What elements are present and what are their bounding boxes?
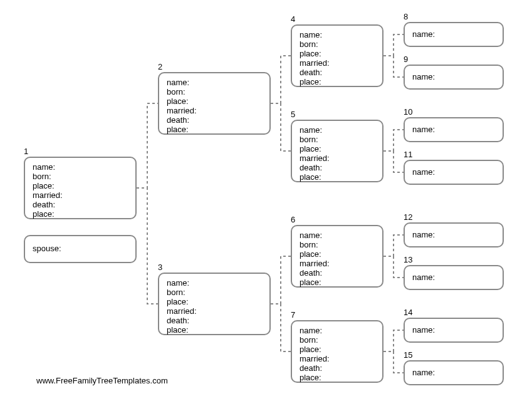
label-death: death: (300, 269, 375, 278)
person-number-6: 6 (291, 215, 295, 224)
label-name: name: (412, 72, 495, 82)
label-name: name: (412, 29, 495, 39)
label-born: born: (300, 336, 375, 345)
label-born: born: (300, 40, 375, 49)
person-box-12: name: (404, 222, 504, 247)
label-death: death: (167, 316, 262, 326)
person-box-14: name: (404, 318, 504, 343)
label-place: place: (167, 97, 262, 107)
person-number-9: 9 (404, 55, 408, 64)
label-place: place: (167, 298, 262, 307)
person-box-8: name: (404, 22, 504, 47)
label-place: place: (300, 373, 375, 383)
person-number-13: 13 (404, 255, 412, 264)
label-born: born: (33, 172, 128, 182)
label-born: born: (167, 88, 262, 97)
label-born: born: (300, 135, 375, 145)
person-number-15: 15 (404, 350, 412, 360)
person-box-1: name: born: place: married: death: place… (24, 157, 137, 219)
label-place: place: (300, 345, 375, 355)
label-place: place: (300, 250, 375, 259)
label-name: name: (300, 31, 375, 40)
label-place: place: (300, 278, 375, 288)
label-death: death: (300, 68, 375, 78)
label-married: married: (167, 307, 262, 316)
label-name: name: (412, 368, 495, 378)
label-place: place: (167, 125, 262, 135)
person-box-9: name: (404, 65, 504, 90)
person-number-14: 14 (404, 308, 412, 317)
label-place: place: (300, 78, 375, 87)
label-name: name: (300, 126, 375, 135)
person-box-3: name: born: place: married: death: place… (158, 273, 271, 335)
person-box-6: name: born: place: married: death: place… (291, 225, 383, 288)
label-name: name: (300, 326, 375, 336)
label-spouse: spouse: (33, 244, 128, 253)
label-married: married: (300, 154, 375, 164)
label-married: married: (33, 191, 128, 200)
person-box-10: name: (404, 117, 504, 142)
person-number-7: 7 (291, 310, 295, 320)
person-box-2: name: born: place: married: death: place… (158, 72, 271, 135)
label-place: place: (300, 145, 375, 154)
spouse-box: spouse: (24, 235, 137, 263)
label-name: name: (33, 163, 128, 172)
label-married: married: (300, 59, 375, 68)
person-box-15: name: (404, 360, 504, 385)
person-number-1: 1 (24, 147, 28, 156)
label-name: name: (412, 125, 495, 135)
person-box-4: name: born: place: married: death: place… (291, 24, 383, 87)
person-box-13: name: (404, 265, 504, 290)
label-married: married: (300, 259, 375, 269)
label-name: name: (412, 325, 495, 335)
label-name: name: (167, 78, 262, 88)
label-death: death: (300, 164, 375, 173)
label-name: name: (412, 230, 495, 240)
label-born: born: (167, 288, 262, 298)
person-number-10: 10 (404, 107, 412, 117)
label-death: death: (33, 200, 128, 210)
label-name: name: (167, 279, 262, 288)
label-place: place: (167, 326, 262, 335)
label-place: place: (300, 49, 375, 59)
label-death: death: (300, 364, 375, 373)
label-death: death: (167, 116, 262, 125)
label-married: married: (300, 355, 375, 364)
person-number-3: 3 (158, 263, 162, 272)
person-number-5: 5 (291, 110, 295, 119)
label-married: married: (167, 107, 262, 116)
label-place: place: (33, 182, 128, 191)
label-name: name: (412, 273, 495, 283)
person-box-7: name: born: place: married: death: place… (291, 320, 383, 383)
label-name: name: (300, 231, 375, 241)
label-born: born: (300, 241, 375, 250)
label-place: place: (33, 210, 128, 219)
person-box-5: name: born: place: married: death: place… (291, 120, 383, 182)
person-number-2: 2 (158, 62, 162, 71)
label-place: place: (300, 173, 375, 182)
person-box-11: name: (404, 160, 504, 185)
person-number-8: 8 (404, 12, 408, 21)
footer-text: www.FreeFamilyTreeTemplates.com (36, 376, 168, 385)
person-number-4: 4 (291, 14, 295, 24)
person-number-11: 11 (404, 150, 412, 159)
label-name: name: (412, 167, 495, 177)
person-number-12: 12 (404, 212, 412, 222)
